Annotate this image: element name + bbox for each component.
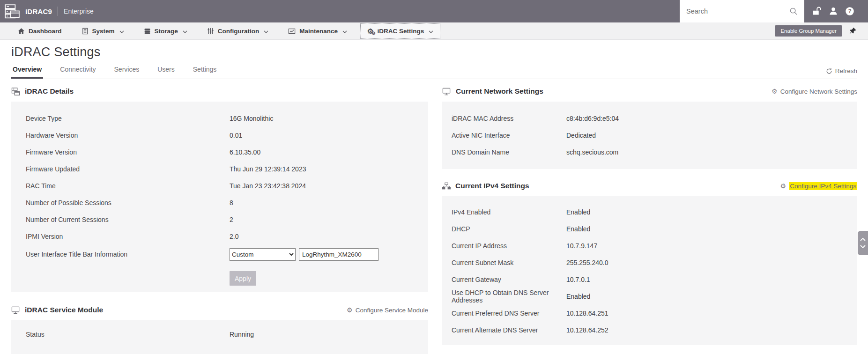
network-settings-panel: iDRAC MAC Addressc8:4b:d6:9d:e5:04Active… bbox=[442, 102, 857, 169]
refresh-icon bbox=[826, 68, 832, 74]
field-label: Use DHCP to Obtain DNS Server Addresses bbox=[452, 289, 566, 304]
tab-bar: Overview Connectivity Services Users Set… bbox=[11, 66, 857, 79]
brand-divider bbox=[58, 7, 58, 16]
field-label: Device Type bbox=[26, 115, 230, 122]
service-module-panel: StatusRunning bbox=[11, 320, 428, 354]
field-row: Use DHCP to Obtain DNS Server AddressesE… bbox=[442, 288, 857, 305]
top-header: iDRAC9 Enterprise bbox=[0, 0, 868, 22]
field-value: 10.7.9.147 bbox=[566, 242, 597, 250]
field-row: IPMI Version2.0 bbox=[11, 228, 428, 245]
configure-service-module-link[interactable]: ⚙ Configure Service Module bbox=[347, 306, 428, 314]
configure-ipv4-settings-link[interactable]: ⚙ Configure IPv4 Settings bbox=[780, 182, 857, 190]
field-value: 255.255.240.0 bbox=[566, 259, 608, 266]
field-value: Tue Jan 23 23:42:38 2024 bbox=[230, 182, 306, 190]
chart-icon bbox=[288, 28, 296, 35]
main-nav: Dashboard System bbox=[0, 22, 868, 40]
service-module-header: iDRAC Service Module ⚙ Configure Service… bbox=[11, 304, 428, 316]
tab-services[interactable]: Services bbox=[113, 66, 141, 79]
tab-connectivity[interactable]: Connectivity bbox=[59, 66, 97, 79]
section-title: iDRAC Service Module bbox=[25, 306, 103, 314]
field-label: Firmware Updated bbox=[26, 165, 230, 173]
nav-label: Storage bbox=[155, 28, 178, 35]
field-label: Current Gateway bbox=[452, 276, 566, 283]
nav-maintenance[interactable]: Maintenance bbox=[282, 23, 354, 39]
sliders-icon bbox=[207, 28, 214, 35]
chevron-down-icon bbox=[429, 28, 433, 35]
pin-icon[interactable] bbox=[849, 27, 857, 35]
chevron-down-icon bbox=[342, 28, 347, 35]
field-label: Current Subnet Mask bbox=[452, 259, 566, 266]
chevron-down-icon bbox=[183, 28, 187, 35]
field-value: Thu Jun 29 12:39:14 2023 bbox=[230, 165, 306, 173]
apply-button[interactable]: Apply bbox=[230, 271, 256, 286]
field-value: 0.01 bbox=[230, 132, 242, 139]
field-value: 10.128.64.252 bbox=[566, 326, 608, 334]
field-value: 2 bbox=[230, 216, 233, 223]
field-label: User Interface Title Bar Information bbox=[26, 251, 230, 258]
title-bar-input[interactable] bbox=[299, 248, 378, 261]
user-icon[interactable] bbox=[827, 5, 839, 17]
field-label: Firmware Version bbox=[26, 148, 230, 156]
enable-group-manager-button[interactable]: Enable Group Manager bbox=[775, 25, 842, 37]
tab-overview[interactable]: Overview bbox=[11, 66, 43, 79]
field-row: Current Gateway10.7.0.1 bbox=[442, 271, 857, 288]
gear-icon: ⚙ bbox=[780, 182, 786, 190]
brand: iDRAC9 Enterprise bbox=[0, 0, 94, 22]
chevron-down-icon bbox=[119, 28, 124, 35]
page-title: iDRAC Settings bbox=[11, 45, 868, 59]
field-row: Device Type16G Monolithic bbox=[11, 110, 428, 127]
system-icon bbox=[82, 28, 89, 35]
field-row: IPv4 EnabledEnabled bbox=[442, 204, 857, 221]
scroll-up-icon[interactable] bbox=[860, 238, 866, 241]
idrac-details-rows: Device Type16G MonolithicHardware Versio… bbox=[11, 110, 428, 245]
idrac-details-panel: Device Type16G MonolithicHardware Versio… bbox=[11, 102, 428, 292]
field-row: Firmware UpdatedThu Jun 29 12:39:14 2023 bbox=[11, 161, 428, 177]
field-label: DHCP bbox=[452, 225, 566, 233]
refresh-button[interactable]: Refresh bbox=[826, 67, 857, 79]
tab-settings[interactable]: Settings bbox=[192, 66, 218, 79]
field-label: Number of Possible Sessions bbox=[26, 199, 230, 206]
storage-icon bbox=[144, 28, 151, 35]
tab-users[interactable]: Users bbox=[156, 66, 176, 79]
search-input[interactable] bbox=[686, 7, 787, 15]
field-value: Enabled bbox=[566, 208, 590, 216]
field-label: Status bbox=[26, 331, 230, 338]
field-label: RAC Time bbox=[26, 182, 230, 190]
header-icon-group: ? bbox=[804, 0, 856, 22]
field-row: Active NIC InterfaceDedicated bbox=[442, 127, 857, 144]
field-row: Number of Current Sessions2 bbox=[11, 211, 428, 228]
nav-label: System bbox=[92, 28, 115, 35]
field-row: Current Subnet Mask255.255.240.0 bbox=[442, 254, 857, 271]
field-label: Hardware Version bbox=[26, 132, 230, 139]
nav-storage[interactable]: Storage bbox=[137, 23, 194, 39]
ipv4-settings-rows: IPv4 EnabledEnabledDHCPEnabledCurrent IP… bbox=[442, 204, 857, 339]
title-bar-select[interactable]: Custom bbox=[230, 248, 296, 261]
field-row: Current Preferred DNS Server10.128.64.25… bbox=[442, 305, 857, 322]
unlock-icon[interactable] bbox=[811, 5, 823, 17]
nav-dashboard[interactable]: Dashboard bbox=[11, 23, 68, 39]
title-bar-row: User Interface Title Bar Information Cus… bbox=[11, 245, 428, 264]
field-row: DNS Domain Nameschq.secious.com bbox=[442, 144, 857, 161]
field-label: iDRAC MAC Address bbox=[452, 115, 566, 122]
section-title: iDRAC Details bbox=[25, 87, 74, 96]
help-icon[interactable]: ? bbox=[844, 5, 856, 17]
field-value: c8:4b:d6:9d:e5:04 bbox=[566, 115, 619, 122]
gears-icon: ⚙ ⚙ bbox=[367, 28, 373, 35]
monitor-icon bbox=[11, 306, 20, 315]
search-icon[interactable] bbox=[787, 5, 800, 17]
nav-configuration[interactable]: Configuration bbox=[200, 23, 275, 39]
field-row: RAC TimeTue Jan 23 23:42:38 2024 bbox=[11, 177, 428, 194]
nav-system[interactable]: System bbox=[75, 23, 131, 39]
server-window-icon bbox=[11, 87, 20, 96]
product-name: iDRAC9 bbox=[25, 7, 52, 15]
idrac-logo-icon bbox=[4, 3, 21, 20]
nav-idrac-settings[interactable]: ⚙ ⚙ iDRAC Settings bbox=[360, 23, 440, 39]
field-label: Current Preferred DNS Server bbox=[452, 310, 566, 317]
scroll-down-icon[interactable] bbox=[860, 245, 866, 248]
field-row: Current IP Address10.7.9.147 bbox=[442, 237, 857, 254]
network-settings-rows: iDRAC MAC Addressc8:4b:d6:9d:e5:04Active… bbox=[442, 110, 857, 161]
field-value: 16G Monolithic bbox=[230, 115, 273, 122]
section-title: Current Network Settings bbox=[456, 87, 543, 96]
configure-network-settings-link[interactable]: ⚙ Configure Network Settings bbox=[772, 88, 857, 95]
field-row: DHCPEnabled bbox=[442, 221, 857, 237]
